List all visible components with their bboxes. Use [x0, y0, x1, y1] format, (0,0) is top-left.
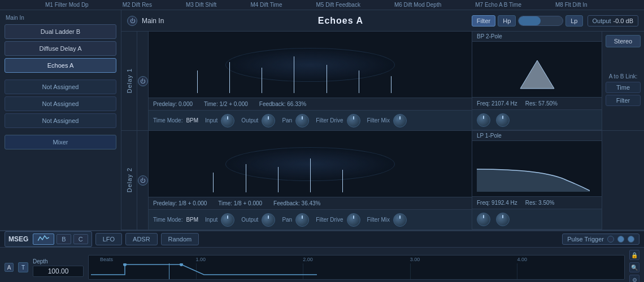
- sidebar-item-mixer[interactable]: Mixer: [5, 135, 116, 149]
- tab-b[interactable]: B: [56, 234, 71, 244]
- seq-icons: 🔒 🔍 ⚙: [629, 250, 639, 282]
- lock-icon-btn[interactable]: 🔒: [629, 250, 639, 260]
- delay2-pan-label: Pan: [282, 217, 292, 223]
- delay2-input-knob[interactable]: [221, 213, 234, 227]
- output-label: Output: [593, 17, 611, 24]
- pulse-dot-1[interactable]: [607, 236, 614, 243]
- filter1-knob-1[interactable]: [477, 113, 490, 127]
- random-tab-btn[interactable]: Random: [161, 233, 199, 245]
- delay-row-2: Delay 2 ⏻ Predelay: 1/8 + 0.000: [121, 131, 644, 230]
- svg-point-2: [180, 263, 183, 266]
- filter-slider[interactable]: [518, 16, 563, 26]
- filter1-viz: [472, 42, 602, 97]
- filter1-panel: BP 2-Pole Freq: 2107.4 Hz Res: 57.50%: [472, 32, 602, 130]
- lp-shape-svg: [477, 164, 590, 192]
- delay2-feedback: Feedback: 36.43%: [273, 200, 320, 206]
- delay1-power[interactable]: ⏻: [137, 32, 149, 130]
- zoom-icon-btn[interactable]: 🔍: [629, 262, 639, 272]
- sidebar-item-not-assigned-3[interactable]: Not Assigned: [5, 113, 116, 128]
- delay2-filter-drive-knob[interactable]: [347, 213, 360, 227]
- delay1-input-knob[interactable]: [221, 114, 234, 127]
- filter1-row: BP 2-Pole Freq: 2107.4 Hz Res: 57.50%: [472, 32, 602, 130]
- delay1-filter-mix-knob[interactable]: [393, 114, 407, 127]
- delay1-filter-drive-knob[interactable]: [347, 114, 360, 127]
- pulse-dot-3[interactable]: [628, 236, 634, 243]
- main-panel: ⏻ Main In Echoes A Filter Hp Lp Output -…: [121, 10, 644, 230]
- main-in-label: Main In: [142, 17, 210, 25]
- delay2-label: Delay 2: [126, 168, 133, 192]
- delay1-input-group: Input: [205, 114, 234, 127]
- top-bar: M1 Filter Mod Dp M2 Dift Res M3 Dift Shi…: [0, 0, 644, 10]
- depth-display: 100.00: [33, 266, 84, 277]
- adsr-tab-btn[interactable]: ADSR: [125, 233, 158, 245]
- power-button[interactable]: ⏻: [127, 16, 137, 26]
- delay1-params: Predelay: 0.000 Time: 1/2 + 0.000 Feedba…: [149, 98, 472, 110]
- delay1-output-group: Output: [241, 114, 275, 127]
- stereo-button[interactable]: Stereo: [606, 35, 641, 47]
- delay1-pan-label: Pan: [282, 117, 292, 124]
- delay-row-1: Delay 1 ⏻: [121, 32, 644, 131]
- sequencer-area[interactable]: Beats 1.00 2.00 3.00 4.00: [88, 255, 625, 280]
- t-button[interactable]: T: [18, 262, 28, 272]
- filter1-freq: Freq: 2107.4 Hz: [477, 100, 517, 107]
- delay2-filter-mix-knob[interactable]: [393, 213, 407, 227]
- delay1-power-btn[interactable]: ⏻: [138, 76, 148, 86]
- filter2-knob-2[interactable]: [496, 213, 510, 226]
- filter2-controls: [472, 209, 602, 229]
- delay1-pan-knob[interactable]: [295, 114, 309, 127]
- sidebar-item-dual-ladder-b[interactable]: Dual Ladder B: [5, 24, 116, 39]
- lfo-tab-btn[interactable]: LFO: [95, 233, 122, 245]
- sidebar-item-echoes-a[interactable]: Echoes A: [5, 58, 116, 73]
- pulse-dot-2[interactable]: [617, 236, 624, 243]
- filter-controls: Filter Hp Lp: [472, 15, 583, 27]
- lp-button[interactable]: Lp: [565, 15, 582, 27]
- filter1-title: BP 2-Pole: [472, 32, 602, 42]
- filter-link-item[interactable]: Filter: [606, 95, 641, 106]
- hp-button[interactable]: Hp: [498, 15, 516, 27]
- tab-c[interactable]: C: [73, 234, 88, 244]
- delay1-filter-drive-group: Filter Drive: [316, 114, 360, 127]
- top-bar-item: M6 Dift Mod Depth: [394, 2, 441, 8]
- filter2-knob-1[interactable]: [477, 213, 490, 226]
- delay2-power[interactable]: ⏻: [137, 131, 149, 230]
- delay2-pan-knob[interactable]: [295, 213, 309, 227]
- beat-1-label: 1.00: [196, 257, 206, 262]
- sidebar-item-not-assigned-1[interactable]: Not Assigned: [5, 80, 116, 94]
- delay-tick: [246, 164, 246, 192]
- beat-3-label: 3.00: [410, 257, 420, 262]
- delay2-params: Predelay: 1/8 + 0.000 Time: 1/8 + 0.000 …: [149, 197, 472, 209]
- filter-button[interactable]: Filter: [472, 15, 495, 27]
- bottom-tabs: MSEG B C LFO ADSR Random Pulse Trigger: [0, 231, 644, 248]
- delay1-label: Delay 1: [126, 68, 133, 93]
- delay-tick: [197, 70, 198, 93]
- filter2-title: LP 1-Pole: [472, 131, 602, 141]
- tab-a[interactable]: [33, 233, 54, 245]
- sidebar-item-not-assigned-2[interactable]: Not Assigned: [5, 96, 116, 111]
- delay-tick: [278, 167, 279, 192]
- mseg-label: MSEG: [8, 235, 28, 243]
- time-link-item[interactable]: Time: [606, 82, 641, 93]
- beat-labels-row: Beats 1.00 2.00 3.00 4.00: [89, 257, 624, 262]
- delay2-filter-drive-label: Filter Drive: [316, 217, 343, 223]
- delay1-feedback: Feedback: 66.33%: [259, 101, 306, 107]
- sidebar-item-diffuse-delay-a[interactable]: Diffuse Delay A: [5, 41, 116, 56]
- pulse-trigger-group: Pulse Trigger: [562, 233, 639, 245]
- filter1-controls: [472, 109, 602, 130]
- delay1-time-mode-group: Time Mode: BPM: [153, 117, 198, 124]
- delays-container: Delay 1 ⏻: [121, 32, 644, 230]
- delay2-power-btn[interactable]: ⏻: [138, 175, 148, 186]
- top-bar-item: M5 Dift Feedback: [316, 2, 360, 8]
- delay1-output-knob[interactable]: [262, 114, 275, 127]
- filter1-knob-2[interactable]: [496, 113, 510, 127]
- delay1-pan-group: Pan: [282, 114, 309, 127]
- delay2-output-knob[interactable]: [262, 213, 275, 227]
- sidebar-main-in-label: Main In: [5, 15, 116, 21]
- settings-icon-btn[interactable]: ⚙: [629, 275, 639, 282]
- delay2-output-label: Output: [241, 217, 258, 223]
- filter2-row: LP 1-Pole Freq: 9192.4 Hz Res: 3.50%: [472, 131, 602, 230]
- delay1-waveform: [149, 32, 472, 98]
- track-a-label[interactable]: A: [5, 263, 14, 272]
- delay2-time-mode-value: BPM: [186, 217, 198, 223]
- delay-tick: [391, 76, 391, 93]
- grid-line-3: [410, 263, 411, 279]
